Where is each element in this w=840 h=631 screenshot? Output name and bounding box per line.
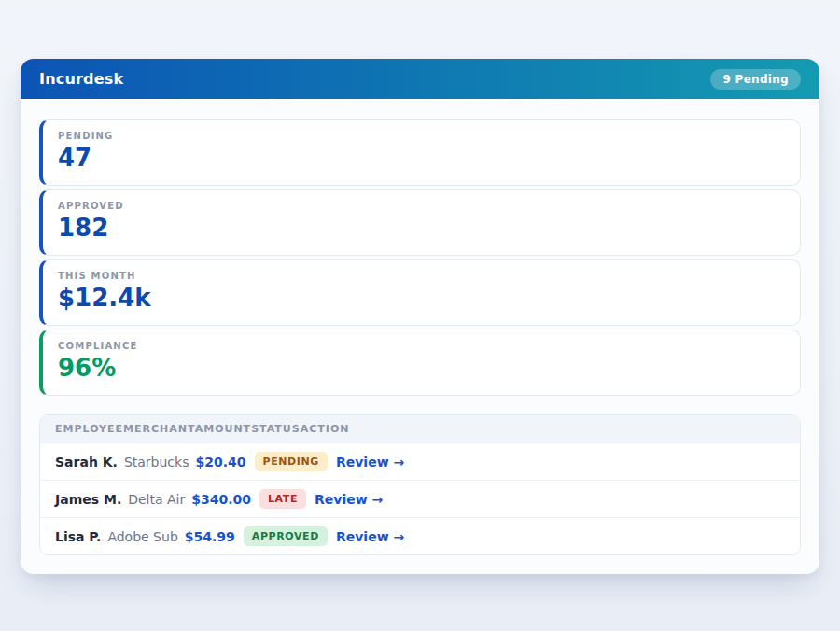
stat-label: COMPLIANCE [58, 341, 785, 351]
column-header-amount: AMOUNT [195, 423, 251, 435]
merchant-name: Adobe Sub [107, 529, 177, 544]
table-row: Sarah K. Starbucks $20.40 PENDING Review… [40, 442, 800, 480]
stat-card-this-month: THIS MONTH $12.4k [39, 259, 801, 326]
stat-value: 96% [58, 355, 785, 382]
expense-amount: $20.40 [195, 455, 245, 470]
table-row: James M. Delta Air $340.00 LATE Review → [40, 480, 800, 517]
merchant-name: Delta Air [128, 492, 185, 507]
incurdesk-app-card: Incurdesk 9 Pending PENDING 47 APPROVED … [21, 59, 819, 574]
pending-count-badge: 9 Pending [710, 69, 801, 90]
review-link[interactable]: Review → [336, 529, 404, 544]
merchant-name: Starbucks [124, 455, 189, 470]
employee-name: Lisa P. [55, 529, 101, 544]
column-header-status: STATUS [251, 423, 301, 435]
employee-name: Sarah K. [55, 455, 118, 470]
status-badge: PENDING [255, 452, 328, 471]
review-link[interactable]: Review → [336, 455, 404, 470]
expense-amount: $340.00 [191, 492, 251, 507]
column-header-action: ACTION [301, 423, 350, 435]
app-header: Incurdesk 9 Pending [21, 59, 819, 99]
review-link[interactable]: Review → [315, 492, 383, 507]
stat-value: $12.4k [58, 285, 785, 312]
app-content: PENDING 47 APPROVED 182 THIS MONTH $12.4… [21, 99, 819, 574]
table-row: Lisa P. Adobe Sub $54.99 APPROVED Review… [40, 517, 800, 554]
table-header-row: EMPLOYEEMERCHANTAMOUNTSTATUSACTION [40, 415, 800, 442]
expense-table: EMPLOYEEMERCHANTAMOUNTSTATUSACTION Sarah… [39, 414, 801, 555]
stat-value: 182 [58, 215, 785, 242]
app-title: Incurdesk [39, 70, 123, 88]
stat-value: 47 [58, 145, 785, 172]
stat-label: APPROVED [58, 201, 785, 211]
column-header-employee: EMPLOYEE [55, 423, 123, 435]
stat-card-pending: PENDING 47 [39, 119, 801, 186]
stat-label: PENDING [58, 131, 785, 141]
employee-name: James M. [55, 492, 121, 507]
stat-card-approved: APPROVED 182 [39, 189, 801, 256]
status-badge: APPROVED [244, 526, 328, 546]
stat-label: THIS MONTH [58, 271, 785, 281]
status-badge: LATE [259, 489, 306, 509]
column-header-merchant: MERCHANT [123, 423, 195, 435]
stat-card-compliance: COMPLIANCE 96% [39, 330, 801, 396]
expense-amount: $54.99 [185, 529, 235, 544]
